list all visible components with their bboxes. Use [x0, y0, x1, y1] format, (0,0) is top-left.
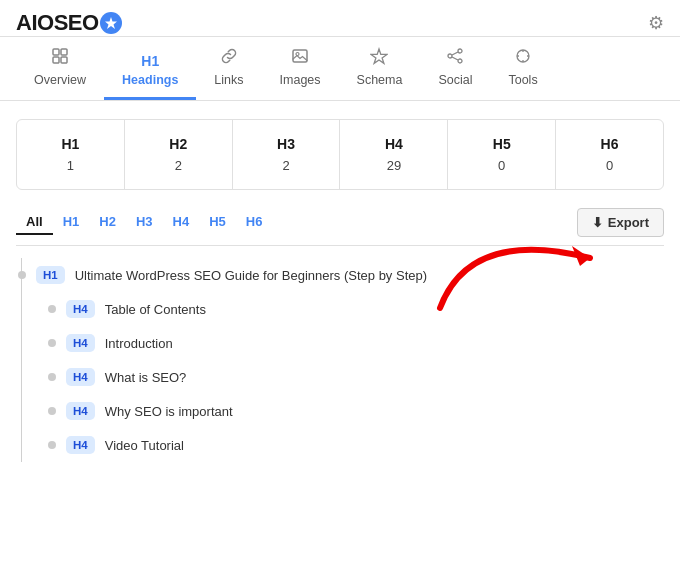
- filter-tab-h2[interactable]: H2: [89, 210, 126, 235]
- heading-dot: [48, 339, 56, 347]
- stat-h1: H1 1: [17, 120, 125, 189]
- filter-tab-h3[interactable]: H3: [126, 210, 163, 235]
- filter-tab-h5[interactable]: H5: [199, 210, 236, 235]
- filter-bar: All H1 H2 H3 H4 H5 H6 ⬇ Export: [16, 208, 664, 246]
- tab-images-label: Images: [280, 73, 321, 87]
- heading-badge-h4: H4: [66, 402, 95, 420]
- svg-point-9: [458, 59, 462, 63]
- heading-badge-h4: H4: [66, 334, 95, 352]
- export-icon: ⬇: [592, 215, 603, 230]
- filter-tab-all[interactable]: All: [16, 210, 53, 235]
- filter-tab-h4[interactable]: H4: [163, 210, 200, 235]
- stat-h2: H2 2: [125, 120, 233, 189]
- tab-links[interactable]: Links: [196, 37, 261, 100]
- tab-tools[interactable]: Tools: [490, 37, 555, 100]
- stat-h6: H6 0: [556, 120, 663, 189]
- heading-dot: [48, 407, 56, 415]
- heading-badge-h4: H4: [66, 436, 95, 454]
- tab-schema-label: Schema: [357, 73, 403, 87]
- stat-h3-value: 2: [243, 158, 330, 173]
- tab-links-label: Links: [214, 73, 243, 87]
- tab-overview-label: Overview: [34, 73, 86, 87]
- links-icon: [220, 47, 238, 68]
- svg-point-7: [458, 49, 462, 53]
- list-item: H4 Introduction: [46, 326, 664, 360]
- tab-social[interactable]: Social: [420, 37, 490, 100]
- tools-icon: [514, 47, 532, 68]
- stat-h4-value: 29: [350, 158, 437, 173]
- svg-rect-2: [61, 49, 67, 55]
- stat-h4: H4 29: [340, 120, 448, 189]
- stat-h5-label: H5: [458, 136, 545, 152]
- heading-list: H1 Ultimate WordPress SEO Guide for Begi…: [16, 258, 664, 462]
- stat-h5: H5 0: [448, 120, 556, 189]
- heading-text: Why SEO is important: [105, 404, 233, 419]
- heading-dot: [48, 441, 56, 449]
- logo-seo-text: SEO: [54, 10, 99, 36]
- stat-h2-label: H2: [135, 136, 222, 152]
- list-item: H4 Table of Contents: [46, 292, 664, 326]
- tab-overview[interactable]: Overview: [16, 37, 104, 100]
- svg-point-8: [448, 54, 452, 58]
- list-item: H1 Ultimate WordPress SEO Guide for Begi…: [16, 258, 664, 292]
- heading-text: Introduction: [105, 336, 173, 351]
- heading-text: Ultimate WordPress SEO Guide for Beginne…: [75, 268, 427, 283]
- export-button[interactable]: ⬇ Export: [577, 208, 664, 237]
- filter-tab-h6[interactable]: H6: [236, 210, 273, 235]
- stat-h1-value: 1: [27, 158, 114, 173]
- heading-badge-h1: H1: [36, 266, 65, 284]
- nav-tabs: Overview H1 Headings Links Images: [0, 37, 680, 101]
- settings-icon[interactable]: ⚙: [648, 12, 664, 34]
- app-header: AIO SEO ⚙: [0, 0, 680, 37]
- heading-dot: [48, 373, 56, 381]
- list-item: H4 Why SEO is important: [46, 394, 664, 428]
- headings-icon: H1: [141, 54, 159, 68]
- svg-line-10: [452, 52, 458, 55]
- svg-rect-4: [61, 57, 67, 63]
- stat-h5-value: 0: [458, 158, 545, 173]
- list-item: H4 Video Tutorial: [46, 428, 664, 462]
- overview-icon: [51, 47, 69, 68]
- heading-text: Table of Contents: [105, 302, 206, 317]
- logo-aio-text: AIO: [16, 10, 54, 36]
- svg-rect-5: [293, 50, 307, 62]
- filter-tab-h1[interactable]: H1: [53, 210, 90, 235]
- stat-h3-label: H3: [243, 136, 330, 152]
- tab-headings-label: Headings: [122, 73, 178, 87]
- heading-dot: [48, 305, 56, 313]
- svg-rect-3: [53, 57, 59, 63]
- list-item: H4 What is SEO?: [46, 360, 664, 394]
- social-icon: [446, 47, 464, 68]
- tab-headings[interactable]: H1 Headings: [104, 44, 196, 100]
- heading-badge-h4: H4: [66, 368, 95, 386]
- images-icon: [291, 47, 309, 68]
- app-logo: AIO SEO: [16, 10, 122, 36]
- tab-social-label: Social: [438, 73, 472, 87]
- filter-tabs: All H1 H2 H3 H4 H5 H6: [16, 210, 272, 235]
- svg-point-6: [296, 53, 299, 56]
- schema-icon: [370, 47, 388, 68]
- svg-rect-1: [53, 49, 59, 55]
- logo-star-icon: [100, 12, 122, 34]
- tab-images[interactable]: Images: [262, 37, 339, 100]
- headings-stats-card: H1 1 H2 2 H3 2 H4 29 H5 0 H6 0: [16, 119, 664, 190]
- stat-h3: H3 2: [233, 120, 341, 189]
- tab-schema[interactable]: Schema: [339, 37, 421, 100]
- stat-h6-value: 0: [566, 158, 653, 173]
- heading-text: Video Tutorial: [105, 438, 184, 453]
- tab-tools-label: Tools: [508, 73, 537, 87]
- heading-text: What is SEO?: [105, 370, 187, 385]
- heading-dot: [18, 271, 26, 279]
- svg-line-11: [452, 57, 458, 60]
- export-label: Export: [608, 215, 649, 230]
- stat-h2-value: 2: [135, 158, 222, 173]
- svg-marker-0: [105, 17, 117, 29]
- stat-h6-label: H6: [566, 136, 653, 152]
- stat-h4-label: H4: [350, 136, 437, 152]
- stat-h1-label: H1: [27, 136, 114, 152]
- heading-badge-h4: H4: [66, 300, 95, 318]
